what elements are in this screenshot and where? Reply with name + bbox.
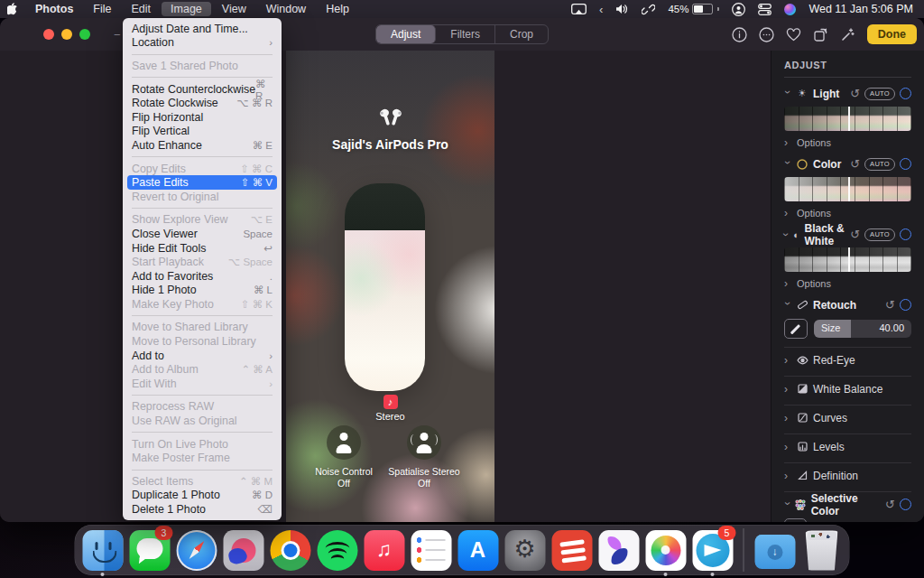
- enabled-ring-toggle[interactable]: [900, 158, 911, 170]
- menubar-view[interactable]: View: [213, 2, 255, 16]
- dock-todoist[interactable]: [550, 527, 595, 573]
- light-options[interactable]: ›Options: [784, 137, 911, 148]
- auto-enhance-wand-icon[interactable]: [840, 27, 855, 42]
- section-levels[interactable]: › Levels: [784, 439, 911, 454]
- menu-item-hide-edit-tools[interactable]: Hide Edit Tools↩: [127, 241, 277, 256]
- auto-button[interactable]: AUTO: [864, 158, 895, 171]
- dock-messages[interactable]: 3: [127, 527, 172, 573]
- tab-adjust[interactable]: Adjust: [376, 25, 436, 43]
- menubar-help[interactable]: Help: [317, 2, 358, 16]
- rotate-icon[interactable]: [813, 27, 828, 42]
- volume-icon[interactable]: [615, 4, 629, 14]
- undo-icon[interactable]: ↺: [850, 229, 860, 240]
- chevron-down-icon[interactable]: ›: [783, 161, 792, 168]
- dock-chrome[interactable]: [268, 527, 313, 573]
- dock-arc[interactable]: [221, 527, 266, 573]
- chevron-down-icon[interactable]: ›: [783, 302, 792, 309]
- battery-indicator[interactable]: 45%: [668, 4, 719, 14]
- undo-icon[interactable]: ↺: [850, 159, 860, 170]
- chevron-down-icon[interactable]: ›: [781, 232, 790, 237]
- section-selective-color[interactable]: › Selective Color ↺: [784, 497, 911, 512]
- tab-crop[interactable]: Crop: [495, 25, 548, 43]
- chevron-down-icon[interactable]: ›: [783, 501, 792, 508]
- menubar-file[interactable]: File: [84, 2, 120, 16]
- collapse-chevron-icon[interactable]: ‹: [599, 3, 603, 16]
- dock-trash[interactable]: [799, 527, 845, 573]
- chevron-right-icon[interactable]: ›: [784, 385, 791, 394]
- color-adjust-strip[interactable]: [784, 177, 911, 201]
- chevron-right-icon[interactable]: ›: [784, 471, 791, 480]
- undo-icon[interactable]: ↺: [850, 89, 860, 99]
- menu-item-rotate-counterclockwise[interactable]: Rotate Counterclockwise⌘ R: [127, 82, 277, 97]
- enabled-ring-toggle[interactable]: [900, 499, 911, 510]
- auto-button[interactable]: AUTO: [864, 228, 895, 241]
- enabled-ring-toggle[interactable]: [900, 299, 911, 311]
- section-white-balance[interactable]: › White Balance: [784, 381, 911, 396]
- menu-item-close-viewer[interactable]: Close ViewerSpace: [127, 227, 277, 241]
- section-curves[interactable]: › Curves: [784, 410, 911, 425]
- menubar-image[interactable]: Image: [162, 2, 211, 16]
- menubar-app-name[interactable]: Photos: [26, 2, 82, 16]
- menu-item-adjust-date-and-time[interactable]: Adjust Date and Time...: [127, 22, 277, 36]
- dock-spotify[interactable]: [315, 527, 360, 573]
- dock-reminders[interactable]: [409, 527, 454, 573]
- menu-item-flip-horizontal[interactable]: Flip Horizontal: [127, 110, 277, 125]
- menu-item-rotate-clockwise[interactable]: Rotate Clockwise⌥ ⌘ R: [127, 96, 277, 110]
- menubar-window[interactable]: Window: [257, 2, 315, 16]
- section-light[interactable]: › ☀ Light ↺ AUTO: [784, 86, 911, 101]
- hotspot-link-icon[interactable]: [642, 4, 655, 15]
- section-black-white[interactable]: › ◐ Black & White ↺ AUTO: [784, 227, 911, 242]
- dock-music[interactable]: [362, 527, 407, 573]
- menu-item-location[interactable]: Location›: [127, 36, 277, 51]
- menu-item-hide-1-photo[interactable]: Hide 1 Photo⌘ L: [127, 284, 277, 298]
- bw-adjust-strip[interactable]: [784, 247, 911, 272]
- bw-options[interactable]: ›Options: [784, 278, 911, 289]
- auto-button[interactable]: AUTO: [864, 88, 895, 100]
- apple-menu-icon[interactable]: [0, 3, 25, 16]
- dock-photos[interactable]: [643, 527, 688, 573]
- user-account-icon[interactable]: [732, 3, 745, 16]
- section-red-eye[interactable]: › Red-Eye: [784, 352, 911, 368]
- done-button[interactable]: Done: [867, 24, 917, 44]
- dock-downloads[interactable]: [753, 527, 798, 573]
- fullscreen-window-button[interactable]: [79, 29, 90, 40]
- section-definition[interactable]: › Definition: [784, 468, 911, 483]
- dock-telegram[interactable]: 5: [690, 527, 735, 573]
- minimize-window-button[interactable]: [61, 29, 72, 40]
- info-icon[interactable]: [732, 27, 747, 42]
- more-options-icon[interactable]: [759, 27, 774, 42]
- retouch-size-slider[interactable]: Size 40.00: [814, 320, 911, 338]
- control-center-icon[interactable]: [758, 4, 772, 15]
- siri-icon[interactable]: [784, 4, 796, 15]
- dock-craft[interactable]: [596, 527, 642, 573]
- enabled-ring-toggle[interactable]: [900, 228, 911, 240]
- menu-item-add-to-favorites[interactable]: Add to Favorites.: [127, 269, 277, 284]
- chevron-right-icon[interactable]: ›: [784, 356, 791, 365]
- favorite-heart-icon[interactable]: [786, 27, 801, 42]
- menu-item-delete-1-photo[interactable]: Delete 1 Photo⌫: [127, 502, 277, 517]
- menu-item-paste-edits[interactable]: Paste Edits⇧ ⌘ V: [127, 175, 277, 190]
- eyedropper-button[interactable]: [784, 518, 807, 522]
- menu-item-add-to[interactable]: Add to›: [127, 349, 277, 363]
- chevron-right-icon[interactable]: ›: [784, 443, 791, 452]
- close-window-button[interactable]: [43, 29, 54, 40]
- color-options[interactable]: ›Options: [784, 208, 911, 219]
- chevron-down-icon[interactable]: ›: [783, 90, 792, 98]
- screen-mirroring-icon[interactable]: [571, 4, 587, 14]
- retouch-brush-button[interactable]: [784, 319, 808, 339]
- tab-filters[interactable]: Filters: [436, 25, 495, 43]
- menubar-edit[interactable]: Edit: [123, 2, 161, 16]
- menu-item-auto-enhance[interactable]: Auto Enhance⌘ E: [127, 138, 277, 153]
- undo-icon[interactable]: ↺: [885, 300, 895, 311]
- dock-appstore[interactable]: [456, 527, 501, 573]
- menu-item-flip-vertical[interactable]: Flip Vertical: [127, 125, 277, 139]
- dock-finder[interactable]: [80, 527, 125, 573]
- menu-item-duplicate-1-photo[interactable]: Duplicate 1 Photo⌘ D: [127, 489, 277, 503]
- light-adjust-strip[interactable]: [784, 107, 911, 131]
- enabled-ring-toggle[interactable]: [900, 88, 911, 99]
- undo-icon[interactable]: ↺: [885, 499, 895, 510]
- dock-settings[interactable]: [503, 527, 548, 573]
- dock-safari[interactable]: [174, 527, 219, 573]
- section-color[interactable]: › Color ↺ AUTO: [784, 156, 911, 172]
- menubar-clock[interactable]: Wed 11 Jan 5:06 PM: [808, 3, 913, 15]
